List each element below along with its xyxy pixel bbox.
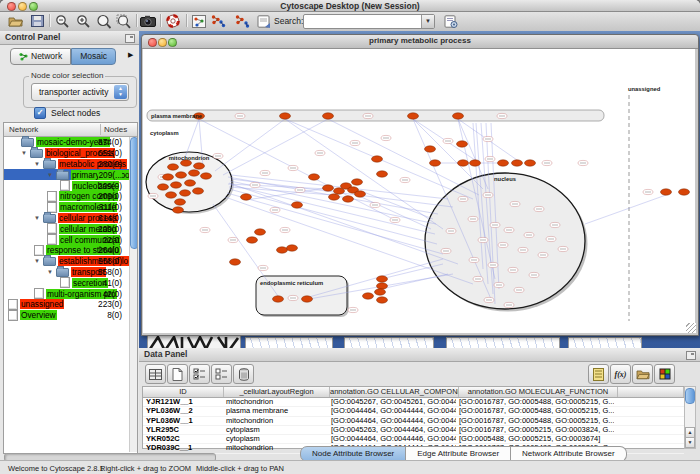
table-cell[interactable]: [GO:0005488, GO:0005215, GO:0003674] xyxy=(456,435,614,443)
network-node-selected[interactable] xyxy=(255,229,266,235)
network-node-selected[interactable] xyxy=(323,113,334,119)
network-node-selected[interactable] xyxy=(377,297,388,303)
search-input[interactable]: ▼ xyxy=(303,14,435,29)
network-node-selected[interactable] xyxy=(323,185,334,191)
expand-arrow-icon[interactable]: ▼ xyxy=(34,215,43,221)
search-settings-button[interactable] xyxy=(442,13,460,29)
network-node-selected[interactable] xyxy=(329,194,340,200)
plasma-membrane-region[interactable] xyxy=(147,110,604,121)
network-node-selected[interactable] xyxy=(377,171,388,177)
create-network-view-button[interactable] xyxy=(190,13,208,29)
table-cell[interactable]: [GO:0016787, GO:0005215, GO:0003824, G..… xyxy=(456,426,614,434)
network-node-selected[interactable] xyxy=(193,188,204,194)
color-mapper-button[interactable] xyxy=(654,364,675,384)
table-row[interactable]: YJR121W__1mitochondrion[GO:0045267, GO:0… xyxy=(143,398,684,407)
network-node-selected[interactable] xyxy=(189,170,200,176)
select-attributes-button[interactable] xyxy=(145,364,166,384)
network-edge[interactable] xyxy=(328,119,479,195)
snapshot-camera-button[interactable] xyxy=(139,13,157,29)
table-cell[interactable]: YJR121W__1 xyxy=(143,398,223,406)
node-color-dropdown[interactable]: transporter activity ▲▼ xyxy=(31,83,129,101)
table-cell[interactable]: [GO:0044464, GO:0044444, GO:0044425, G..… xyxy=(328,407,456,415)
network-node-selected[interactable] xyxy=(277,247,288,253)
tree-row[interactable]: nitrogen compo209(0) xyxy=(4,191,130,202)
zoom-fit-button[interactable] xyxy=(115,13,133,29)
tree-row[interactable]: ▼transport558(0) xyxy=(4,267,130,278)
network-node-selected[interactable] xyxy=(180,190,191,196)
network-node-selected[interactable] xyxy=(241,194,252,200)
network-node-selected[interactable] xyxy=(679,189,690,195)
tree-row[interactable]: ▼biological_process651(0) xyxy=(4,148,130,159)
table-cell[interactable]: [GO:0045267, GO:0045261, GO:0044464, G..… xyxy=(328,398,456,406)
network-node-selected[interactable] xyxy=(458,160,469,166)
network-node-selected[interactable] xyxy=(158,184,169,190)
network-node-selected[interactable] xyxy=(408,113,419,119)
table-cell[interactable]: [GO:0044464, GO:0044446, GO:0044444, G..… xyxy=(328,435,456,443)
table-row[interactable]: YPL036W__1mitochondrion[GO:0044464, GO:0… xyxy=(143,417,684,426)
network-edge[interactable] xyxy=(285,119,443,229)
scroll-down-arrow[interactable]: ▼ xyxy=(685,437,695,448)
tree-row[interactable]: nucleobase-209(0) xyxy=(4,180,130,191)
table-scrollbar[interactable]: ▲ ▼ xyxy=(684,386,696,449)
table-cell[interactable]: YKR052C xyxy=(143,435,223,443)
table-cell[interactable]: mitochondrion xyxy=(223,417,328,425)
table-cell[interactable]: [GO:0044464, GO:0044444, GO:0044425, G..… xyxy=(328,417,456,425)
nucleus-region[interactable] xyxy=(425,173,585,309)
tree-row[interactable]: multi-organism pro42(0) xyxy=(4,288,130,299)
tree-row[interactable]: Overview8(0) xyxy=(4,310,130,321)
network-node-selected[interactable] xyxy=(498,160,509,166)
network-node-selected[interactable] xyxy=(457,141,468,147)
table-cell[interactable]: [GO:0016787, GO:0005488, GO:0005215, G..… xyxy=(456,398,614,406)
tree-row[interactable]: ▼cellular process614(0) xyxy=(4,213,130,224)
network-node-selected[interactable] xyxy=(168,164,179,170)
network-node-selected[interactable] xyxy=(363,293,374,299)
attribute-table[interactable]: ID_cellularLayoutRegionannotation.GO CEL… xyxy=(142,386,685,449)
tree-row[interactable]: macromolecule311(0) xyxy=(4,202,130,213)
table-column-header[interactable]: _cellularLayoutRegion xyxy=(224,387,330,397)
tree-row[interactable]: cellular metabo209(0) xyxy=(4,223,130,234)
function-builder-button[interactable]: f(x) xyxy=(610,364,631,384)
table-column-header[interactable]: ID xyxy=(143,387,224,397)
network-node-selected[interactable] xyxy=(377,276,388,282)
network-node-selected[interactable] xyxy=(377,283,388,289)
table-cell[interactable]: mitochondrion xyxy=(223,398,328,406)
import-attributes-button[interactable] xyxy=(632,364,653,384)
table-cell[interactable]: [GO:0016787, GO:0005488, GO:0005215, G..… xyxy=(456,417,614,425)
tree-row[interactable]: ▼primary metabo209(... xyxy=(4,169,130,180)
network-node-selected[interactable] xyxy=(185,180,196,186)
tree-scrollbar[interactable] xyxy=(129,137,137,452)
zoom-selected-button[interactable] xyxy=(95,13,113,29)
tree-row[interactable]: unassigned223(0) xyxy=(4,299,130,310)
network-canvas[interactable]: plasma membranecytoplasmmitochondrionnuc… xyxy=(143,49,695,333)
tree-row[interactable]: ▼metabolic process280(0) xyxy=(4,159,130,170)
expand-arrow-icon[interactable]: ▼ xyxy=(21,150,30,156)
tab-network[interactable]: Network xyxy=(10,48,71,65)
unselect-all-attributes-button[interactable] xyxy=(211,364,232,384)
background-window-fragment[interactable] xyxy=(344,337,434,348)
table-row[interactable]: YLR295Ccytoplasm[GO:0045263, GO:0044464,… xyxy=(143,426,684,435)
tree-row[interactable]: ▼establishment of lo558(0) xyxy=(4,256,130,267)
network-node-selected[interactable] xyxy=(470,160,481,166)
save-session-button[interactable] xyxy=(28,13,46,29)
tree-row[interactable]: mosaic-demo-yeast874(0) xyxy=(4,137,130,148)
more-tabs-arrow[interactable]: ▶ xyxy=(128,51,133,59)
expand-arrow-icon[interactable]: ▼ xyxy=(47,269,56,275)
network-node-selected[interactable] xyxy=(292,202,303,208)
network-node-selected[interactable] xyxy=(512,160,523,166)
network-node-selected[interactable] xyxy=(273,296,284,302)
network-node-selected[interactable] xyxy=(176,172,187,178)
network-node-selected[interactable] xyxy=(453,113,464,119)
network-node-selected[interactable] xyxy=(173,207,184,213)
table-cell[interactable]: [GO:0045263, GO:0044464, GO:0044455, G..… xyxy=(328,426,456,434)
background-window-fragment[interactable] xyxy=(245,337,333,348)
create-attribute-button[interactable] xyxy=(167,364,188,384)
attribute-batch-button[interactable] xyxy=(588,364,609,384)
table-column-header[interactable]: annotation.GO MOLECULAR_FUNCTION xyxy=(459,387,618,397)
table-cell[interactable]: YPL036W__1 xyxy=(143,417,223,425)
resize-grip-icon[interactable] xyxy=(686,323,696,333)
table-cell[interactable]: YLR295C xyxy=(143,426,223,434)
table-cell[interactable]: plasma membrane xyxy=(223,407,328,415)
network-node-selected[interactable] xyxy=(302,296,313,302)
tree-scrollbar-thumb[interactable] xyxy=(130,137,138,249)
expand-arrow-icon[interactable]: ▼ xyxy=(47,172,56,178)
